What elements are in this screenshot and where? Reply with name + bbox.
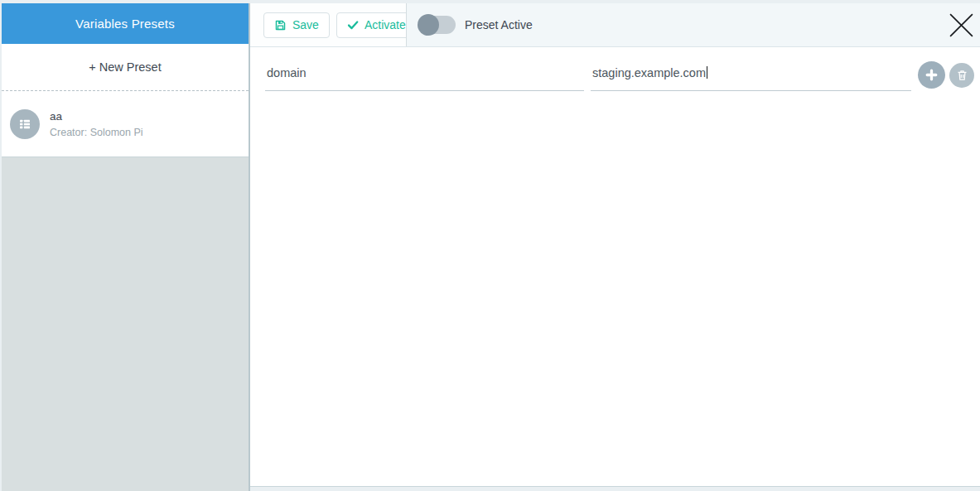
delete-variable-button[interactable]	[949, 63, 974, 88]
preset-name: aa	[50, 110, 143, 123]
toolbar-actions: Save Activate	[250, 3, 406, 46]
preset-active-toggle[interactable]	[418, 16, 456, 34]
preset-list-item[interactable]: aa Creator: Solomon Pi	[2, 91, 249, 157]
editor-toolbar: Save Activate Preset Active	[250, 3, 980, 47]
preset-meta: aa Creator: Solomon Pi	[50, 110, 143, 138]
activate-button[interactable]: Activate	[336, 12, 417, 38]
preset-list: + New Preset aa Creator: Solomon Pi	[2, 44, 249, 157]
preset-active-label: Preset Active	[465, 18, 533, 31]
save-button[interactable]: Save	[263, 12, 330, 38]
check-icon	[347, 19, 359, 31]
variables-editor: domain staging.example.com	[250, 47, 980, 486]
close-button[interactable]	[944, 7, 978, 42]
variable-value-text: staging.example.com	[592, 66, 706, 79]
sidebar-empty-area	[2, 157, 249, 491]
close-x-icon	[948, 12, 975, 39]
variable-key-text: domain	[267, 66, 307, 79]
activate-button-label: Activate	[364, 18, 406, 31]
add-variable-button[interactable]	[918, 61, 945, 89]
toggle-knob	[418, 14, 439, 36]
trash-icon	[956, 69, 968, 81]
list-icon	[10, 109, 40, 139]
variable-key-field[interactable]: domain	[265, 59, 584, 91]
floppy-disk-icon	[274, 19, 287, 31]
variable-value-field[interactable]: staging.example.com	[591, 59, 911, 91]
sidebar-title: Variables Presets	[2, 3, 249, 44]
preset-editor-panel: Save Activate Preset Active	[250, 3, 980, 487]
new-preset-button[interactable]: + New Preset	[2, 44, 249, 91]
variable-row: domain staging.example.com	[265, 59, 974, 91]
preset-creator: Creator: Solomon Pi	[50, 127, 143, 138]
toolbar-status: Preset Active	[406, 3, 980, 46]
plus-icon	[924, 68, 939, 82]
save-button-label: Save	[292, 18, 319, 31]
presets-sidebar: Variables Presets + New Preset aa Creato…	[2, 3, 250, 491]
text-caret	[707, 66, 707, 79]
